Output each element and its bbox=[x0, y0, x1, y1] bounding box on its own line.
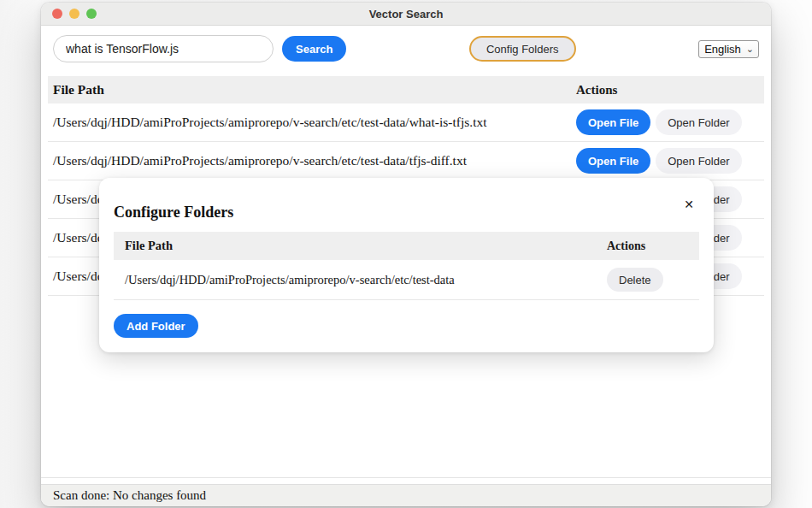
modal-table-header: File Path Actions bbox=[114, 232, 699, 260]
close-window-icon[interactable] bbox=[52, 9, 62, 19]
open-file-button[interactable]: Open File bbox=[576, 148, 650, 174]
title-bar[interactable]: Vector Search bbox=[41, 3, 771, 26]
chevron-down-icon: ⌄ bbox=[746, 44, 754, 54]
status-bar: Scan done: No changes found bbox=[41, 484, 771, 506]
table-row: /Users/dqj/HDD/amiProProjects/amiprorepo… bbox=[114, 260, 699, 300]
column-header-file-path: File Path bbox=[114, 239, 607, 253]
close-icon[interactable]: ✕ bbox=[680, 195, 698, 214]
search-input[interactable] bbox=[53, 35, 274, 62]
open-folder-button[interactable]: Open Folder bbox=[656, 109, 741, 135]
config-folders-button[interactable]: Config Folders bbox=[469, 36, 576, 62]
add-folder-button[interactable]: Add Folder bbox=[114, 314, 198, 338]
delete-button[interactable]: Delete bbox=[607, 268, 663, 292]
open-file-button[interactable]: Open File bbox=[576, 109, 650, 135]
app-window: Vector Search Search Config Folders Engl… bbox=[41, 3, 771, 506]
column-header-actions: Actions bbox=[607, 239, 699, 253]
status-text: Scan done: No changes found bbox=[53, 488, 206, 503]
window-title: Vector Search bbox=[369, 8, 444, 21]
minimize-window-icon[interactable] bbox=[69, 9, 79, 19]
language-select[interactable]: English ⌄ bbox=[698, 40, 759, 58]
column-header-actions: Actions bbox=[576, 83, 764, 97]
modal-title: Configure Folders bbox=[114, 204, 699, 222]
row-actions: Open File Open Folder bbox=[576, 109, 764, 135]
zoom-window-icon[interactable] bbox=[86, 9, 97, 19]
configure-folders-modal: ✕ Configure Folders File Path Actions /U… bbox=[99, 178, 714, 352]
search-button[interactable]: Search bbox=[282, 36, 346, 62]
traffic-lights bbox=[52, 3, 97, 25]
table-row: /Users/dqj/HDD/amiProProjects/amiprorepo… bbox=[48, 142, 764, 180]
file-path-cell: /Users/dqj/HDD/amiProProjects/amiprorepo… bbox=[48, 153, 576, 168]
table-row: /Users/dqj/HDD/amiProProjects/amiprorepo… bbox=[48, 103, 764, 142]
column-header-file-path: File Path bbox=[48, 82, 576, 97]
row-actions: Open File Open Folder bbox=[576, 148, 764, 174]
results-table-header: File Path Actions bbox=[48, 76, 764, 103]
row-actions: Delete bbox=[607, 268, 699, 292]
modal-table: File Path Actions /Users/dqj/HDD/amiProP… bbox=[114, 232, 699, 300]
open-folder-button[interactable]: Open Folder bbox=[656, 148, 741, 174]
folder-path-cell: /Users/dqj/HDD/amiProProjects/amiprorepo… bbox=[114, 273, 607, 287]
search-toolbar: Search Config Folders English ⌄ bbox=[48, 35, 764, 62]
language-select-value: English bbox=[704, 43, 741, 56]
file-path-cell: /Users/dqj/HDD/amiProProjects/amiprorepo… bbox=[48, 115, 576, 130]
